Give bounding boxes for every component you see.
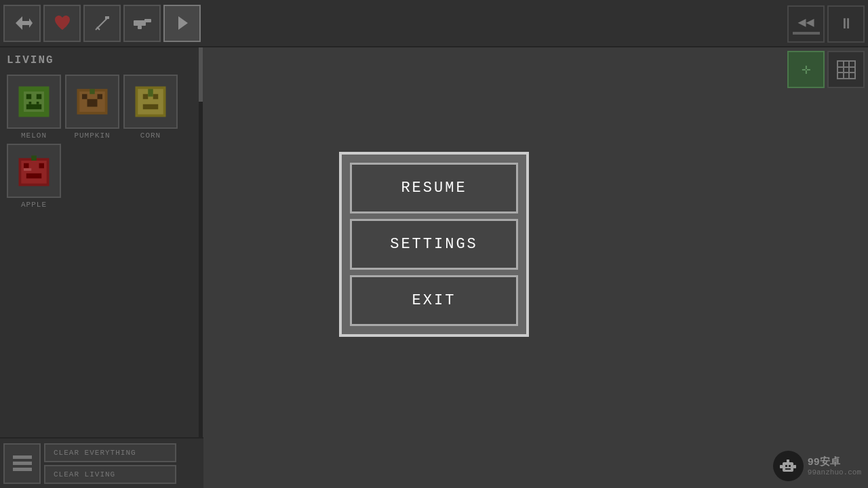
exit-button[interactable]: EXIT	[350, 275, 518, 326]
resume-button[interactable]: RESUME	[350, 163, 518, 214]
settings-button[interactable]: SETTINGS	[350, 219, 518, 270]
overlay: RESUME SETTINGS EXIT	[0, 0, 868, 488]
menu-dialog: RESUME SETTINGS EXIT	[339, 152, 529, 337]
